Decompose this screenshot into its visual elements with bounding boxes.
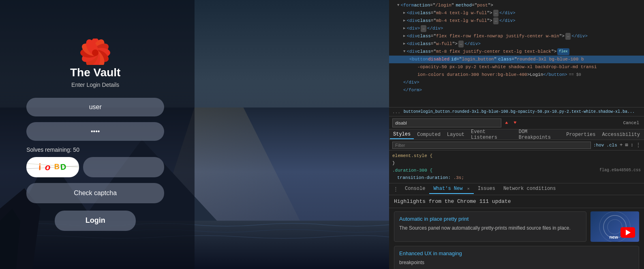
feature-video-thumb[interactable]: new [591, 211, 639, 242]
login-panel: The Vault Enter Login Details Solves rem… [0, 0, 389, 269]
dom-line-selected[interactable]: <button disabled id="login_button" class… [389, 56, 644, 63]
dom-line[interactable]: </form> [389, 86, 644, 94]
tab-properties[interactable]: Properties [563, 131, 599, 139]
cls-button[interactable]: .cls [606, 143, 617, 148]
whats-new-panel: Highlights from the Chrome 111 update Au… [389, 195, 644, 269]
bottom-tabs-bar: ⋮ Console What's New ✕ Issues Network co… [389, 183, 644, 195]
filter-cancel-button[interactable]: Cancel [621, 121, 641, 125]
captcha-input[interactable] [83, 157, 164, 177]
whats-new-header: Highlights from the Chrome 111 update [389, 195, 644, 208]
captcha-row: i o B D [26, 157, 164, 177]
dom-line[interactable]: </div> [389, 79, 644, 86]
tabs-menu-icon[interactable]: ⋮ [391, 186, 401, 192]
dom-line[interactable]: ▼ <div class="mt-8 flex justify-center t… [389, 48, 644, 56]
element-style-selector: element.style { [392, 152, 641, 159]
feature-desc-1: The Sources panel now automatically pret… [399, 224, 581, 232]
more-button[interactable]: ⋮ [636, 142, 641, 148]
toggle-button[interactable]: ↕ [631, 142, 633, 148]
login-form-container: The Vault Enter Login Details Solves rem… [0, 0, 190, 269]
dom-filter-bar: 🔺 🔻 Cancel [389, 116, 644, 129]
devtools-panel: ▼ <form action="/login" method="post"> ▶… [389, 0, 644, 269]
app-subtitle: Enter Login Details [71, 82, 119, 88]
captcha-image: i o B D [26, 157, 79, 177]
tab-layout[interactable]: Layout [444, 131, 468, 139]
solves-remaining-label: Solves remaining: 50 [26, 146, 79, 153]
dom-line[interactable]: ▶ <div class="w-full"> … </div> [389, 40, 644, 48]
styles-filter-row: :hov .cls + ⊞ ↕ ⋮ [389, 140, 644, 151]
dom-line[interactable]: ion-colors duration-300 hover:bg-blue-40… [389, 71, 644, 79]
dom-inspector: ▼ <form action="/login" method="post"> ▶… [389, 0, 644, 108]
dom-filter-input[interactable] [392, 118, 501, 127]
tab-close-whats-new[interactable]: ✕ [467, 187, 470, 191]
login-button[interactable]: Login [55, 211, 136, 231]
feature-auto-pretty-print: Automatic in place pretty print The Sour… [394, 211, 586, 242]
dom-line[interactable]: ▶ <div class="mb-4 text-lg w-full"> … </… [389, 17, 644, 25]
feature-card-2: Enhanced UX in managing breakpoints [394, 246, 639, 269]
hov-button[interactable]: :hov [593, 143, 604, 148]
transition-duration-rule: transition-duration: .3s; [392, 174, 641, 181]
new-style-rule-button[interactable]: ⊞ [625, 142, 628, 148]
password-input[interactable] [26, 122, 164, 141]
tab-network-conditions[interactable]: Network conditions [499, 184, 560, 194]
check-captcha-button[interactable]: Check captcha [26, 183, 164, 203]
youtube-play-button[interactable] [620, 227, 635, 238]
svg-point-19 [92, 49, 98, 56]
duration-rule: .duration-300 { flag.e9a48505.css [392, 167, 641, 174]
username-input[interactable] [26, 98, 164, 116]
tab-dom-breakpoints[interactable]: DOM Breakpoints [516, 129, 563, 140]
svg-point-21 [608, 220, 622, 234]
feature-title-2: Enhanced UX in managing [399, 250, 634, 256]
dom-breadcrumb: ... button#login_button.rounded-3xl.bg-b… [389, 108, 644, 116]
element-style-close: } [392, 159, 641, 167]
tab-issues[interactable]: Issues [474, 184, 499, 194]
tab-console[interactable]: Console [401, 184, 429, 194]
new-badge: new [610, 235, 618, 239]
tab-event-listeners[interactable]: Event Listeners [468, 129, 516, 140]
dom-line[interactable]: -opacity-50 px-10 py-2 text-white shadow… [389, 63, 644, 71]
tab-accessibility[interactable]: Accessibility [599, 131, 643, 139]
styles-tabs-bar: Styles Computed Layout Event Listeners D… [389, 129, 644, 140]
dom-line[interactable]: ▶ <div class="mb-4 text-lg w-full"> … </… [389, 9, 644, 17]
feature-desc-2: breakpoints [399, 259, 634, 266]
tab-styles[interactable]: Styles [390, 130, 414, 139]
dom-line[interactable]: ▶ <div> … </div> [389, 25, 644, 32]
styles-panel: element.style { } .duration-300 { flag.e… [389, 151, 644, 183]
dom-line[interactable]: ▼ <form action="/login" method="post"> [389, 2, 644, 9]
feature-title-1: Automatic in place pretty print [399, 216, 581, 222]
whats-new-content: Automatic in place pretty print The Sour… [389, 208, 644, 269]
app-logo [79, 39, 111, 63]
add-style-button[interactable]: + [620, 142, 623, 148]
tab-whats-new[interactable]: What's New ✕ [429, 184, 473, 194]
dom-line[interactable]: ▶ <div class="flex flex-row flex-nowrap … [389, 32, 644, 40]
app-title: The Vault [70, 66, 120, 79]
feature-card-1: Automatic in place pretty print The Sour… [394, 211, 639, 242]
styles-filter-input[interactable] [392, 142, 591, 149]
tab-computed[interactable]: Computed [414, 131, 444, 139]
